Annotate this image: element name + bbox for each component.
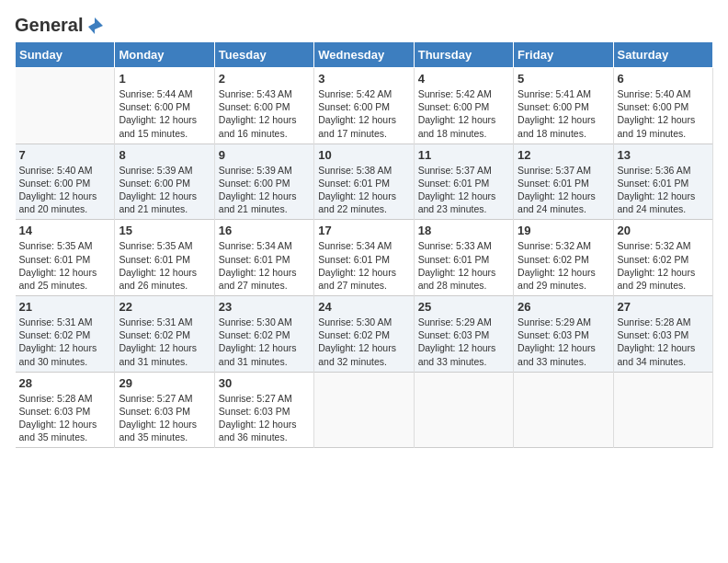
calendar-cell: 23Sunrise: 5:30 AMSunset: 6:02 PMDayligh… bbox=[214, 296, 313, 373]
day-info: Sunrise: 5:34 AMSunset: 6:01 PMDaylight:… bbox=[318, 239, 409, 292]
day-info: Sunrise: 5:27 AMSunset: 6:03 PMDaylight:… bbox=[119, 392, 210, 444]
day-number: 11 bbox=[418, 148, 509, 162]
calendar-cell: 24Sunrise: 5:30 AMSunset: 6:02 PMDayligh… bbox=[314, 296, 414, 373]
day-info: Sunrise: 5:28 AMSunset: 6:03 PMDaylight:… bbox=[19, 392, 111, 444]
calendar-cell: 5Sunrise: 5:41 AMSunset: 6:00 PMDaylight… bbox=[514, 68, 613, 144]
calendar-cell: 16Sunrise: 5:34 AMSunset: 6:01 PMDayligh… bbox=[214, 220, 313, 296]
calendar-cell bbox=[314, 372, 414, 448]
calendar-cell: 20Sunrise: 5:32 AMSunset: 6:02 PMDayligh… bbox=[613, 220, 712, 296]
day-number: 20 bbox=[618, 224, 709, 237]
day-info: Sunrise: 5:27 AMSunset: 6:03 PMDaylight:… bbox=[219, 392, 310, 444]
day-number: 25 bbox=[418, 300, 509, 314]
calendar-table: SundayMondayTuesdayWednesdayThursdayFrid… bbox=[15, 41, 713, 448]
day-info: Sunrise: 5:34 AMSunset: 6:01 PMDaylight:… bbox=[219, 239, 310, 292]
calendar-cell: 3Sunrise: 5:42 AMSunset: 6:00 PMDaylight… bbox=[314, 68, 414, 144]
calendar-cell: 7Sunrise: 5:40 AMSunset: 6:00 PMDaylight… bbox=[16, 144, 115, 220]
calendar-cell: 19Sunrise: 5:32 AMSunset: 6:02 PMDayligh… bbox=[514, 220, 613, 296]
day-info: Sunrise: 5:29 AMSunset: 6:03 PMDaylight:… bbox=[518, 316, 609, 368]
calendar-cell: 29Sunrise: 5:27 AMSunset: 6:03 PMDayligh… bbox=[115, 372, 214, 448]
day-info: Sunrise: 5:35 AMSunset: 6:01 PMDaylight:… bbox=[19, 239, 111, 292]
day-number: 3 bbox=[318, 72, 409, 86]
day-info: Sunrise: 5:30 AMSunset: 6:02 PMDaylight:… bbox=[219, 316, 310, 368]
day-number: 9 bbox=[219, 148, 310, 162]
day-info: Sunrise: 5:28 AMSunset: 6:03 PMDaylight:… bbox=[618, 316, 709, 368]
day-header-wednesday: Wednesday bbox=[314, 42, 414, 68]
day-info: Sunrise: 5:32 AMSunset: 6:02 PMDaylight:… bbox=[618, 239, 709, 292]
day-info: Sunrise: 5:43 AMSunset: 6:00 PMDaylight:… bbox=[219, 87, 310, 140]
day-number: 19 bbox=[518, 224, 609, 237]
calendar-cell: 21Sunrise: 5:31 AMSunset: 6:02 PMDayligh… bbox=[16, 296, 115, 373]
calendar-cell: 4Sunrise: 5:42 AMSunset: 6:00 PMDaylight… bbox=[414, 68, 513, 144]
calendar-cell: 17Sunrise: 5:34 AMSunset: 6:01 PMDayligh… bbox=[314, 220, 414, 296]
calendar-cell: 26Sunrise: 5:29 AMSunset: 6:03 PMDayligh… bbox=[514, 296, 613, 373]
calendar-cell: 22Sunrise: 5:31 AMSunset: 6:02 PMDayligh… bbox=[115, 296, 214, 373]
day-info: Sunrise: 5:33 AMSunset: 6:01 PMDaylight:… bbox=[418, 239, 509, 292]
day-number: 7 bbox=[19, 148, 111, 162]
calendar-cell: 13Sunrise: 5:36 AMSunset: 6:01 PMDayligh… bbox=[613, 144, 712, 220]
day-info: Sunrise: 5:29 AMSunset: 6:03 PMDaylight:… bbox=[418, 316, 509, 368]
calendar-cell: 11Sunrise: 5:37 AMSunset: 6:01 PMDayligh… bbox=[414, 144, 513, 220]
logo: General bbox=[15, 15, 107, 32]
day-info: Sunrise: 5:31 AMSunset: 6:02 PMDaylight:… bbox=[119, 316, 210, 368]
day-number: 8 bbox=[119, 148, 210, 162]
day-number: 18 bbox=[418, 224, 509, 237]
day-info: Sunrise: 5:37 AMSunset: 6:01 PMDaylight:… bbox=[418, 164, 509, 216]
days-header-row: SundayMondayTuesdayWednesdayThursdayFrid… bbox=[16, 42, 713, 68]
day-number: 1 bbox=[119, 72, 210, 86]
day-info: Sunrise: 5:40 AMSunset: 6:00 PMDaylight:… bbox=[618, 87, 709, 140]
calendar-cell: 14Sunrise: 5:35 AMSunset: 6:01 PMDayligh… bbox=[16, 220, 115, 296]
day-number: 22 bbox=[119, 300, 210, 314]
week-row-3: 14Sunrise: 5:35 AMSunset: 6:01 PMDayligh… bbox=[16, 220, 713, 296]
week-row-5: 28Sunrise: 5:28 AMSunset: 6:03 PMDayligh… bbox=[16, 372, 713, 448]
day-number: 16 bbox=[219, 224, 310, 237]
day-info: Sunrise: 5:39 AMSunset: 6:00 PMDaylight:… bbox=[119, 164, 210, 216]
day-info: Sunrise: 5:36 AMSunset: 6:01 PMDaylight:… bbox=[618, 164, 709, 216]
day-header-sunday: Sunday bbox=[16, 42, 115, 68]
day-number: 28 bbox=[19, 376, 111, 390]
calendar-cell bbox=[514, 372, 613, 448]
day-number: 6 bbox=[618, 72, 709, 86]
day-info: Sunrise: 5:42 AMSunset: 6:00 PMDaylight:… bbox=[418, 87, 509, 140]
day-number: 30 bbox=[219, 376, 310, 390]
calendar-cell: 6Sunrise: 5:40 AMSunset: 6:00 PMDaylight… bbox=[613, 68, 712, 144]
calendar-cell: 2Sunrise: 5:43 AMSunset: 6:00 PMDaylight… bbox=[214, 68, 313, 144]
day-number: 4 bbox=[418, 72, 509, 86]
svg-marker-0 bbox=[88, 17, 103, 34]
calendar-cell: 9Sunrise: 5:39 AMSunset: 6:00 PMDaylight… bbox=[214, 144, 313, 220]
day-number: 10 bbox=[318, 148, 409, 162]
day-info: Sunrise: 5:30 AMSunset: 6:02 PMDaylight:… bbox=[318, 316, 409, 368]
day-number: 27 bbox=[618, 300, 709, 314]
calendar-cell: 28Sunrise: 5:28 AMSunset: 6:03 PMDayligh… bbox=[16, 372, 115, 448]
week-row-1: 1Sunrise: 5:44 AMSunset: 6:00 PMDaylight… bbox=[16, 68, 713, 144]
calendar-cell: 10Sunrise: 5:38 AMSunset: 6:01 PMDayligh… bbox=[314, 144, 414, 220]
logo-general: General bbox=[15, 15, 83, 36]
calendar-cell: 15Sunrise: 5:35 AMSunset: 6:01 PMDayligh… bbox=[115, 220, 214, 296]
day-header-monday: Monday bbox=[115, 42, 214, 68]
calendar-cell: 1Sunrise: 5:44 AMSunset: 6:00 PMDaylight… bbox=[115, 68, 214, 144]
day-info: Sunrise: 5:38 AMSunset: 6:01 PMDaylight:… bbox=[318, 164, 409, 216]
day-info: Sunrise: 5:41 AMSunset: 6:00 PMDaylight:… bbox=[518, 87, 609, 140]
day-number: 12 bbox=[518, 148, 609, 162]
day-header-saturday: Saturday bbox=[613, 42, 712, 68]
day-number: 2 bbox=[219, 72, 310, 86]
day-info: Sunrise: 5:31 AMSunset: 6:02 PMDaylight:… bbox=[19, 316, 111, 368]
logo-bird-icon bbox=[85, 16, 105, 36]
calendar-cell: 30Sunrise: 5:27 AMSunset: 6:03 PMDayligh… bbox=[214, 372, 313, 448]
calendar-cell bbox=[16, 68, 115, 144]
day-header-tuesday: Tuesday bbox=[214, 42, 313, 68]
day-number: 15 bbox=[119, 224, 210, 237]
day-header-friday: Friday bbox=[514, 42, 613, 68]
day-info: Sunrise: 5:35 AMSunset: 6:01 PMDaylight:… bbox=[119, 239, 210, 292]
calendar-cell: 8Sunrise: 5:39 AMSunset: 6:00 PMDaylight… bbox=[115, 144, 214, 220]
calendar-cell bbox=[613, 372, 712, 448]
day-number: 26 bbox=[518, 300, 609, 314]
week-row-2: 7Sunrise: 5:40 AMSunset: 6:00 PMDaylight… bbox=[16, 144, 713, 220]
day-info: Sunrise: 5:40 AMSunset: 6:00 PMDaylight:… bbox=[19, 164, 111, 216]
day-number: 17 bbox=[318, 224, 409, 237]
day-info: Sunrise: 5:44 AMSunset: 6:00 PMDaylight:… bbox=[119, 87, 210, 140]
calendar-cell: 27Sunrise: 5:28 AMSunset: 6:03 PMDayligh… bbox=[613, 296, 712, 373]
day-info: Sunrise: 5:32 AMSunset: 6:02 PMDaylight:… bbox=[518, 239, 609, 292]
day-number: 13 bbox=[618, 148, 709, 162]
calendar-cell: 12Sunrise: 5:37 AMSunset: 6:01 PMDayligh… bbox=[514, 144, 613, 220]
day-number: 21 bbox=[19, 300, 111, 314]
